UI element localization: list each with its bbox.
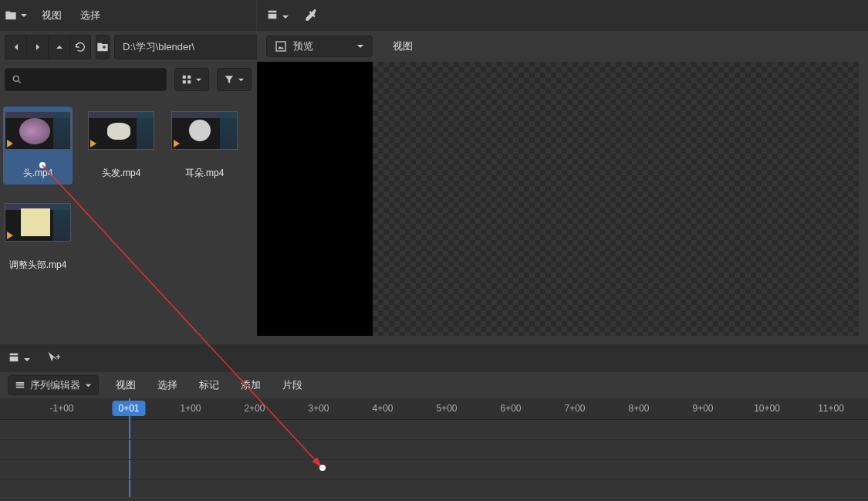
- file-grid: 头.mp4 头发.mp4 耳朵.mp4 调整头部.mp4: [0, 96, 256, 344]
- menu-add[interactable]: 添加: [236, 375, 265, 395]
- sequencer-mode-label: 序列编辑器: [30, 378, 80, 392]
- preview-mode-label: 预览: [293, 39, 313, 53]
- chevron-down-icon: [282, 13, 289, 21]
- preview-panel: 预览 视图: [257, 0, 868, 344]
- file-name-label: 头.mp4: [23, 167, 53, 180]
- chevron-down-icon: [23, 356, 31, 364]
- timeline[interactable]: -1+00 1+00 2+00 3+00 4+00 5+00 6+00 7+00…: [0, 398, 868, 497]
- svg-rect-3: [183, 80, 186, 83]
- file-item[interactable]: 耳朵.mp4: [170, 107, 239, 184]
- sequencer-mode-dropdown[interactable]: 序列编辑器: [8, 375, 99, 395]
- tracks-area[interactable]: [0, 420, 868, 497]
- display-mode-dropdown[interactable]: [174, 68, 209, 91]
- clapper-icon: [266, 8, 279, 21]
- menu-strip[interactable]: 片段: [278, 375, 307, 395]
- file-browser-tools: [0, 63, 256, 96]
- nav-refresh-button[interactable]: [69, 35, 91, 59]
- editor-type-dropdown[interactable]: [5, 9, 28, 22]
- track[interactable]: [0, 440, 868, 460]
- sequencer-header: [0, 344, 868, 372]
- file-browser-header: 视图 选择: [0, 0, 256, 31]
- refresh-icon: [74, 41, 86, 53]
- svg-rect-1: [183, 76, 186, 79]
- ruler-tick: 3+00: [308, 398, 329, 414]
- ruler-tick: 5+00: [436, 398, 457, 414]
- chevron-down-icon: [238, 76, 245, 83]
- menu-view[interactable]: 视图: [37, 5, 66, 25]
- file-thumbnail: [171, 111, 238, 150]
- sequencer-panel: 序列编辑器 视图 选择 标记 添加 片段 -1+00 1+00 2+00 3+0…: [0, 344, 868, 501]
- menu-view[interactable]: 视图: [388, 36, 417, 56]
- svg-rect-4: [187, 80, 191, 83]
- preview-header: [257, 0, 868, 31]
- ruler-tick: 10+00: [754, 398, 780, 414]
- svg-point-0: [13, 76, 19, 81]
- ruler-tick: 2+00: [244, 398, 265, 414]
- ruler-tick: 8+00: [628, 398, 649, 414]
- menu-select[interactable]: 选择: [76, 5, 105, 25]
- chevron-down-icon: [356, 42, 364, 50]
- arrow-up-icon: [53, 41, 66, 53]
- new-folder-icon: [96, 41, 109, 53]
- path-input[interactable]: [114, 35, 261, 59]
- sequencer-toolbar: 序列编辑器 视图 选择 标记 添加 片段: [0, 372, 868, 398]
- filter-dropdown[interactable]: [217, 68, 252, 91]
- nav-back-button[interactable]: [5, 35, 26, 59]
- file-browser-panel: 视图 选择: [0, 0, 256, 344]
- preview-checker: [373, 62, 859, 336]
- cursor-tool-icon[interactable]: [45, 350, 62, 367]
- chevron-down-icon: [20, 12, 28, 19]
- preview-viewport[interactable]: [257, 62, 859, 336]
- ruler-tick: 6+00: [500, 398, 521, 414]
- track[interactable]: [0, 420, 868, 440]
- file-item[interactable]: 头.mp4: [3, 107, 73, 184]
- file-thumbnail: [5, 203, 71, 242]
- preview-toolbar: 预览 视图: [257, 31, 868, 62]
- nav-forward-button[interactable]: [26, 35, 48, 59]
- preview-mode-dropdown[interactable]: 预览: [266, 36, 373, 57]
- file-item[interactable]: 调整头部.mp4: [3, 198, 73, 276]
- editor-type-dropdown[interactable]: [8, 351, 31, 366]
- image-icon: [275, 40, 287, 52]
- sequencer-icon: [15, 380, 25, 391]
- search-input[interactable]: [5, 68, 167, 91]
- file-item[interactable]: 头发.mp4: [86, 107, 156, 184]
- ruler-tick: -1+00: [49, 398, 73, 414]
- arrow-left-icon: [10, 41, 22, 53]
- file-thumbnail: [5, 111, 71, 150]
- track[interactable]: [0, 460, 868, 480]
- file-browser-nav: [0, 31, 256, 63]
- search-icon: [12, 74, 22, 85]
- new-folder-button[interactable]: [96, 35, 110, 59]
- nav-up-button[interactable]: [48, 35, 69, 59]
- grid-icon: [181, 74, 192, 85]
- svg-rect-5: [276, 42, 285, 51]
- eyedropper-icon[interactable]: [303, 8, 319, 23]
- ruler-tick: 1+00: [180, 398, 201, 414]
- file-name-label: 头发.mp4: [102, 167, 141, 180]
- arrow-right-icon: [32, 41, 44, 53]
- playhead-badge: 0+01: [112, 401, 145, 416]
- clapper-icon: [8, 351, 20, 364]
- menu-view[interactable]: 视图: [111, 375, 140, 395]
- file-thumbnail: [88, 111, 154, 150]
- folder-icon: [5, 9, 17, 22]
- file-name-label: 耳朵.mp4: [185, 167, 225, 180]
- funnel-icon: [224, 74, 235, 85]
- editor-type-dropdown[interactable]: [266, 8, 289, 23]
- chevron-down-icon: [85, 382, 92, 389]
- ruler-tick: 11+00: [818, 398, 844, 414]
- svg-rect-2: [187, 76, 191, 79]
- menu-select[interactable]: 选择: [153, 375, 182, 395]
- ruler-tick: 4+00: [372, 398, 393, 414]
- chevron-down-icon: [195, 76, 202, 83]
- ruler-tick: 9+00: [692, 398, 713, 414]
- menu-marker[interactable]: 标记: [194, 375, 224, 395]
- track[interactable]: [0, 480, 868, 500]
- ruler-tick: 7+00: [564, 398, 585, 414]
- file-name-label: 调整头部.mp4: [9, 259, 67, 272]
